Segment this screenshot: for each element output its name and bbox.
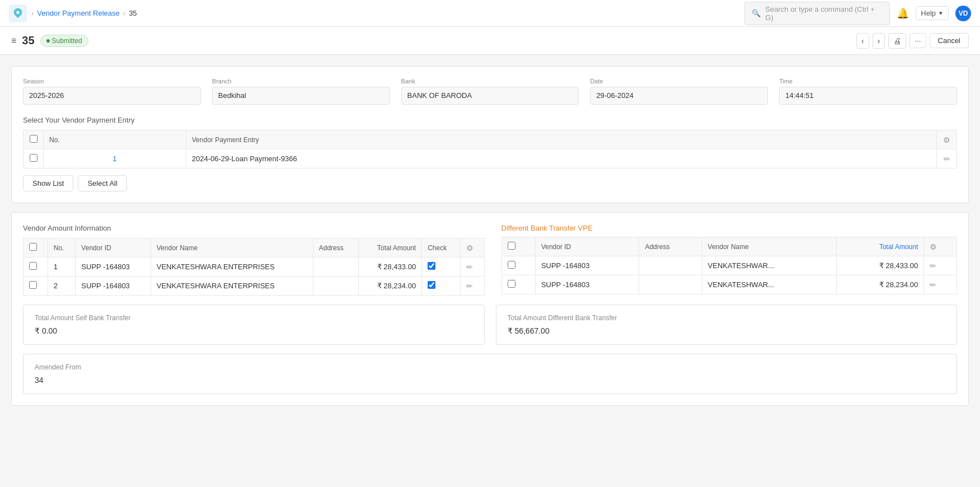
dbt-row2-vendor-id: SUPP -164803 <box>535 275 639 294</box>
dbt-row1-edit-icon: ✏ <box>930 261 936 270</box>
dbt-col-address: Address <box>639 237 702 256</box>
vpe-row1-checkbox[interactable] <box>30 154 37 162</box>
chevron-down-icon: ▼ <box>938 10 944 16</box>
vai-col-checkbox <box>24 238 48 257</box>
self-bank-total-card: Total Amount Self Bank Transfer ₹ 0.00 <box>23 305 485 345</box>
vai-col-address: Address <box>313 238 358 257</box>
branch-label: Branch <box>212 78 390 85</box>
vendor-amount-table: No. Vendor ID Vendor Name Address Total … <box>23 238 485 296</box>
vai-row2-address <box>313 277 358 296</box>
season-field: Season 2025-2026 <box>23 78 201 105</box>
edit-icon: ✏ <box>944 154 950 163</box>
vendor-amount-title: Vendor Amount Information <box>23 224 485 232</box>
dbt-header-checkbox[interactable] <box>508 242 515 250</box>
dbt-row1-address <box>639 256 702 275</box>
diff-bank-total-card: Total Amount Different Bank Transfer ₹ 5… <box>496 305 958 345</box>
season-label: Season <box>23 78 201 85</box>
vpe-col-entry: Vendor Payment Entry <box>186 130 936 149</box>
vendor-payment-entry-title: Select Your Vendor Payment Entry <box>23 116 957 124</box>
date-value: 29-06-2024 <box>590 87 768 105</box>
vai-row1-vendor-id: SUPP -164803 <box>76 257 151 277</box>
vendor-payment-entry-table: No. Vendor Payment Entry ⚙ 1 2024-06-29-… <box>23 130 957 168</box>
vpe-row1-checkbox-cell <box>24 149 44 168</box>
bank-field: Bank BANK OF BARODA <box>401 78 579 105</box>
self-bank-value: ₹ 0.00 <box>35 326 473 335</box>
branch-value: Bedkihal <box>212 87 390 105</box>
amended-from-label: Amended From <box>35 363 945 371</box>
vpe-gear-icon[interactable]: ⚙ <box>943 135 950 144</box>
date-field: Date 29-06-2024 <box>590 78 768 105</box>
navbar-left: › Vendor Payment Release › 35 <box>9 4 137 22</box>
vai-col-check: Check <box>422 238 461 257</box>
form-fields-card: Season 2025-2026 Branch Bedkihal Bank BA… <box>11 66 969 203</box>
main-content: Season 2025-2026 Branch Bedkihal Bank BA… <box>0 55 980 487</box>
prev-button[interactable]: ‹ <box>856 33 869 49</box>
vpe-col-checkbox <box>24 130 44 149</box>
print-button[interactable]: 🖨 <box>888 33 906 49</box>
vai-row2-edit-icon: ✏ <box>466 282 473 291</box>
vpe-btn-row: Show List Select All <box>23 175 957 191</box>
dbt-row2-checkbox[interactable] <box>508 280 515 288</box>
select-all-button[interactable]: Select All <box>78 175 126 191</box>
dbt-col-vendor-id: Vendor ID <box>535 237 639 256</box>
dbt-col-total-amount: Total Amount <box>837 237 924 256</box>
dbt-row1-total: ₹ 28,433.00 <box>837 256 924 275</box>
time-value: 14:44:51 <box>779 87 957 105</box>
fields-row: Season 2025-2026 Branch Bedkihal Bank BA… <box>23 78 957 105</box>
vai-gear-icon[interactable]: ⚙ <box>466 244 473 252</box>
vpe-row1-no[interactable]: 1 <box>44 149 186 168</box>
amended-from-value: 34 <box>35 376 945 385</box>
dbt-row2-vendor-name: VENKATESHWAR... <box>702 275 837 294</box>
breadcrumb: › Vendor Payment Release › 35 <box>31 9 137 17</box>
print-icon: 🖨 <box>893 36 901 45</box>
vai-row2-vendor-name: VENKATESHWARA ENTERPRISES <box>151 277 313 296</box>
vai-row2-check <box>422 277 461 296</box>
more-options-button[interactable]: ··· <box>909 33 926 48</box>
vai-row1-checkbox[interactable] <box>29 262 37 270</box>
diff-bank-title: Different Bank Transfer VPE <box>501 224 958 232</box>
dbt-row1-checkbox[interactable] <box>508 261 515 269</box>
bank-value: BANK OF BARODA <box>401 87 579 105</box>
diff-bank-section: Different Bank Transfer VPE Vendor ID Ad… <box>496 224 958 296</box>
vai-row2-check-input[interactable] <box>428 281 435 289</box>
navbar-right: 🔍 Search or type a command (Ctrl + G) 🔔 … <box>744 2 971 25</box>
vai-row1-address <box>313 257 358 277</box>
totals-section: Total Amount Self Bank Transfer ₹ 0.00 T… <box>23 305 957 345</box>
vendor-amount-left: Vendor Amount Information No. Vendor ID … <box>23 224 485 296</box>
status-dot <box>46 39 50 43</box>
page-number: 35 <box>22 34 34 47</box>
notification-icon[interactable]: 🔔 <box>897 7 909 20</box>
menu-icon[interactable]: ≡ <box>11 36 16 46</box>
next-button[interactable]: › <box>873 33 885 49</box>
vai-row2-total: ₹ 28,234.00 <box>359 277 422 296</box>
search-box[interactable]: 🔍 Search or type a command (Ctrl + G) <box>744 2 890 25</box>
page-header: ≡ 35 Submitted ‹ › 🖨 ··· Cancel <box>0 27 980 55</box>
cancel-button[interactable]: Cancel <box>930 33 969 48</box>
bank-label: Bank <box>401 78 579 85</box>
dbt-gear-icon[interactable]: ⚙ <box>930 242 937 251</box>
show-list-button[interactable]: Show List <box>23 175 73 191</box>
dbt-row2-total: ₹ 28,234.00 <box>837 275 924 294</box>
dbt-row1-vendor-name: VENKATESHWAR... <box>702 256 837 275</box>
help-button[interactable]: Help ▼ <box>916 6 949 20</box>
vai-row1-check-input[interactable] <box>428 262 435 270</box>
vai-col-total-amount: Total Amount <box>359 238 422 257</box>
diff-bank-table: Vendor ID Address Vendor Name Total Amou… <box>501 237 958 294</box>
vendor-amount-two-col: Vendor Amount Information No. Vendor ID … <box>23 224 957 296</box>
dbt-col-checkbox <box>501 237 535 256</box>
dbt-row2-edit-icon: ✏ <box>930 280 936 289</box>
vai-header-checkbox[interactable] <box>29 243 37 251</box>
breadcrumb-item-vpr[interactable]: Vendor Payment Release <box>37 9 119 17</box>
diff-bank-label: Total Amount Different Bank Transfer <box>508 314 946 322</box>
vai-row2-checkbox[interactable] <box>29 281 37 289</box>
dbt-row1-vendor-id: SUPP -164803 <box>535 256 639 275</box>
vai-row1-no[interactable]: 1 <box>48 257 76 277</box>
vai-col-vendor-name: Vendor Name <box>151 238 313 257</box>
vpe-row1-edit[interactable]: ✏ <box>937 149 957 168</box>
vpe-col-no: No. <box>44 130 186 149</box>
time-label: Time <box>779 78 957 85</box>
vpe-header-checkbox[interactable] <box>30 135 37 143</box>
branch-field: Branch Bedkihal <box>212 78 390 105</box>
dbt-col-gear: ⚙ <box>924 237 957 256</box>
avatar[interactable]: VD <box>955 6 971 21</box>
